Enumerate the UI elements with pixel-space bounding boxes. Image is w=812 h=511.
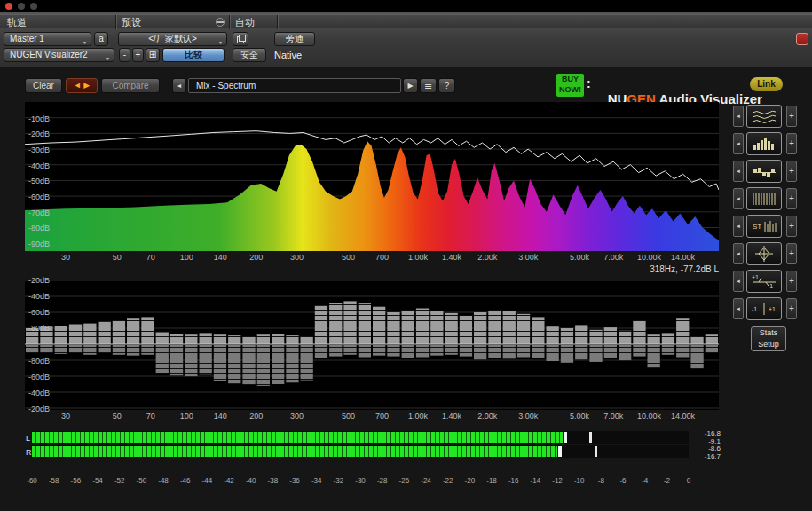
section-divider	[277, 15, 278, 29]
swap-ab-button[interactable]: ◄ ▶	[66, 78, 98, 93]
stats-setup-button[interactable]: Stats Setup	[751, 326, 786, 351]
add-view-button-vectorscope[interactable]: +	[786, 243, 797, 264]
step-blocks-icon	[750, 162, 778, 180]
clear-button[interactable]: Clear	[25, 78, 62, 93]
add-view-button-blocks[interactable]: +	[786, 161, 797, 182]
help-button[interactable]: ?	[438, 78, 455, 93]
frequency-tick-label: 200	[249, 412, 263, 421]
frequency-tick-label: 100	[180, 412, 193, 421]
meter-scale-label: -48	[158, 476, 169, 484]
frequency-tick-label: 300	[290, 412, 304, 421]
view-select-button-blocks[interactable]	[746, 160, 782, 183]
auto-select-button[interactable]: a	[94, 32, 108, 46]
spectrum-y-label: -80dB	[28, 224, 50, 232]
dock-view-button-histogram[interactable]: ◄	[733, 133, 744, 154]
zoom-window-icon[interactable]	[30, 3, 37, 10]
meter-scale-label: -60	[27, 476, 37, 484]
frequency-tick-label: 3.00k	[518, 253, 538, 262]
spectrum-display[interactable]: -10dB-20dB-30dB-40dB-50dB-60dB-70dB-80dB…	[25, 102, 719, 251]
spectrum-y-label: -90dB	[28, 240, 50, 248]
frequency-tick-label: 200	[249, 253, 263, 262]
balance-y-label: -80dB	[28, 357, 50, 366]
svg-text:ST: ST	[753, 223, 761, 231]
bypass-button[interactable]: 旁通	[274, 32, 315, 46]
view-select-button-stereo-diff[interactable]: +1-1	[746, 270, 782, 293]
svg-text:-1: -1	[768, 283, 773, 289]
view-select-button-spectrum[interactable]	[746, 105, 782, 128]
frequency-tick-label: 10.00k	[637, 253, 661, 262]
view-select-button-vectorscope[interactable]	[746, 242, 782, 265]
compare-button-host[interactable]: 比较	[162, 48, 225, 62]
frequency-tick-label: 1.40k	[442, 253, 461, 262]
frequency-tick-label: 3.00k	[518, 412, 538, 421]
dock-view-button-spectrogram[interactable]: ◄	[733, 188, 744, 209]
frequency-tick-label: 5.00k	[570, 253, 589, 262]
meter-scale-label: -10	[574, 476, 585, 484]
plus-minus-one-icon: +1-1	[750, 272, 778, 290]
dock-view-button-stereo-spectrum[interactable]: ◄	[733, 216, 744, 237]
right-meter-cap	[558, 446, 562, 457]
meter-scale-label: -40	[246, 476, 256, 484]
frequency-tick-label: 1.40k	[442, 412, 461, 421]
prev-view-button[interactable]: ◄	[172, 78, 186, 93]
next-preset-button[interactable]: +	[132, 48, 144, 62]
dock-view-button-blocks[interactable]: ◄	[733, 161, 744, 182]
nugen-visualizer-window: 轨道 预设 自动 Master 1 ▼ a </厂家默认> ▼ 旁通 NUGEN…	[0, 0, 812, 511]
comb-icon	[750, 190, 778, 208]
frequency-tick-label: 30	[61, 412, 70, 421]
minimize-window-icon[interactable]	[18, 3, 25, 10]
preset-menu-icon[interactable]	[216, 18, 225, 27]
red-indicator-button[interactable]	[796, 33, 808, 45]
close-window-icon[interactable]	[5, 3, 12, 10]
meter-scale-label: -56	[71, 476, 82, 484]
play-button[interactable]: ▶	[403, 78, 418, 93]
routing-button[interactable]: ⊞	[146, 48, 160, 62]
view-select-button-balance-meter[interactable]: -1+1	[746, 297, 782, 320]
view-select-button-stereo-spectrum[interactable]: ST	[746, 215, 782, 238]
spectrum-frequency-axis: 3050701001402003005007001.00k1.40k2.00k3…	[25, 253, 719, 263]
frequency-tick-label: 700	[375, 253, 389, 262]
back-icon: ◄	[177, 83, 183, 89]
add-view-button-stereo-diff[interactable]: +	[786, 271, 797, 292]
track-selector[interactable]: Master 1 ▼	[4, 32, 91, 46]
dock-view-button-balance-meter[interactable]: ◄	[733, 298, 744, 319]
add-view-button-spectrogram[interactable]: +	[786, 188, 797, 209]
routing-icon: ⊞	[149, 50, 156, 59]
add-view-button-balance-meter[interactable]: +	[786, 298, 797, 319]
svg-text:+1: +1	[769, 306, 776, 312]
balance-y-label: -80dB	[28, 324, 50, 333]
link-button[interactable]: Link	[750, 77, 783, 91]
preset-selector[interactable]: </厂家默认> ▼	[118, 32, 227, 46]
copy-preset-button[interactable]	[233, 32, 248, 46]
plugin-selector[interactable]: NUGEN Visualizer2 ▼	[4, 48, 114, 62]
add-view-button-histogram[interactable]: +	[786, 133, 797, 154]
stereo-balance-display[interactable]: -20dB-40dB-60dB-80dB-80dB-60dB-40dB-20dB	[25, 279, 719, 410]
view-select-button-spectrogram[interactable]	[746, 187, 782, 210]
window-titlebar	[0, 0, 812, 12]
frequency-tick-label: 2.00k	[477, 253, 497, 262]
compare-button[interactable]: Compare	[101, 78, 160, 93]
prev-preset-button[interactable]: -	[119, 48, 130, 62]
view-select-button-histogram[interactable]	[746, 132, 782, 155]
add-view-button-stereo-spectrum[interactable]: +	[786, 216, 797, 237]
meter-scale-label: 0	[687, 476, 690, 484]
safe-button[interactable]: 安全	[233, 48, 266, 62]
view-selector[interactable]: Mix - Spectrum	[188, 78, 401, 93]
left-right-arrows-icon: ◄ ▶	[74, 81, 90, 90]
frequency-tick-label: 10.00k	[637, 412, 661, 421]
left-peak-marker	[589, 432, 592, 443]
dock-view-button-stereo-diff[interactable]: ◄	[733, 271, 744, 292]
spectrum-y-axis: -10dB-20dB-30dB-40dB-50dB-60dB-70dB-80dB…	[25, 102, 719, 251]
host-section-strip: 轨道 预设 自动	[0, 14, 812, 28]
dock-view-button-spectrum[interactable]: ◄	[733, 106, 744, 127]
dock-view-button-vectorscope[interactable]: ◄	[733, 243, 744, 264]
meter-scale-label: -34	[311, 476, 322, 484]
add-view-button-spectrum[interactable]: +	[786, 106, 797, 127]
meter-scale-label: -38	[268, 476, 279, 484]
meter-scale-label: -54	[92, 476, 103, 484]
view-menu-button[interactable]: ≣	[420, 78, 437, 93]
spectrum-y-label: -20dB	[28, 130, 50, 138]
balance-y-label: -40dB	[28, 389, 50, 397]
buy-now-button[interactable]: BUY NOW!	[556, 74, 584, 97]
spectrum-y-label: -30dB	[28, 145, 50, 154]
